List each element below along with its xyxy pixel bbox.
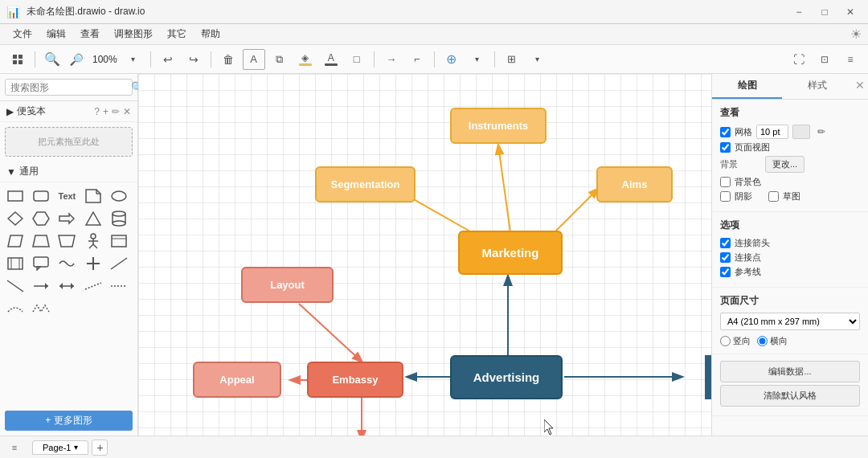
insert-dropdown-button[interactable]: ▾ bbox=[466, 49, 489, 70]
search-input[interactable] bbox=[10, 82, 131, 93]
maximize-button[interactable]: □ bbox=[813, 4, 836, 20]
pageview-checkbox[interactable] bbox=[720, 142, 731, 153]
general-section[interactable]: ▼ 通用 bbox=[0, 162, 137, 182]
connect-arrow-checkbox[interactable] bbox=[720, 238, 731, 248]
shape-trapezoid2[interactable] bbox=[56, 231, 77, 251]
page-tab-1[interactable]: Page-1 ▾ bbox=[32, 440, 88, 455]
table-button[interactable]: ⊞ bbox=[501, 49, 523, 70]
node-segmentation[interactable]: Segmentation bbox=[315, 166, 416, 202]
menu-adjust[interactable]: 调整图形 bbox=[108, 25, 159, 43]
node-embassy[interactable]: Embassy bbox=[307, 362, 403, 398]
shape-curve[interactable] bbox=[5, 298, 26, 319]
delete-button[interactable]: 🗑 bbox=[217, 49, 240, 70]
shape-cross[interactable] bbox=[83, 253, 104, 274]
more-shapes-button[interactable]: + 更多图形 bbox=[5, 411, 133, 431]
expand-button[interactable]: ⊡ bbox=[813, 49, 836, 70]
node-layout[interactable]: Layout bbox=[241, 267, 334, 303]
portrait-radio[interactable] bbox=[720, 336, 731, 346]
shape-arrow-line[interactable] bbox=[31, 276, 51, 296]
fullscreen-button[interactable]: ⛶ bbox=[788, 49, 810, 70]
node-instruments[interactable]: Instruments bbox=[450, 108, 547, 144]
landscape-option[interactable]: 横向 bbox=[757, 335, 788, 347]
portrait-option[interactable]: 竖向 bbox=[720, 335, 751, 347]
line-color-button[interactable]: A bbox=[320, 49, 342, 70]
fill-color-button[interactable]: ◈ bbox=[294, 49, 317, 70]
shape-ellipse[interactable] bbox=[108, 186, 129, 207]
shape-text[interactable]: Text bbox=[56, 186, 77, 207]
help-icon[interactable]: ? bbox=[94, 106, 100, 117]
connect-point-checkbox[interactable] bbox=[720, 252, 731, 263]
pagesize-select[interactable]: A4 (210 mm x 297 mm) bbox=[720, 313, 860, 330]
shape-process[interactable] bbox=[5, 253, 26, 274]
close-notepad-icon[interactable]: ✕ bbox=[123, 106, 131, 117]
arrow-style-button[interactable]: → bbox=[380, 49, 403, 70]
zoom-out-button[interactable]: 🔍 bbox=[65, 49, 88, 70]
grid-value-input[interactable] bbox=[756, 125, 788, 139]
panel-toggle-button[interactable]: ≡ bbox=[839, 49, 862, 70]
shape-dots1[interactable] bbox=[83, 276, 104, 296]
shape-diamond[interactable] bbox=[5, 208, 26, 229]
shape-double-arrow[interactable] bbox=[56, 276, 77, 296]
close-button[interactable]: ✕ bbox=[839, 4, 862, 20]
shape-hexagon[interactable] bbox=[31, 208, 51, 229]
node-aims[interactable]: Aims bbox=[596, 166, 673, 202]
zoom-in-button[interactable]: 🔍 bbox=[41, 49, 63, 70]
menu-view[interactable]: 查看 bbox=[74, 25, 106, 43]
menu-edit[interactable]: 编辑 bbox=[40, 25, 72, 43]
sketch-checkbox[interactable] bbox=[768, 191, 779, 202]
shape-triangle[interactable] bbox=[83, 208, 104, 229]
shape-zigzag[interactable] bbox=[31, 298, 51, 319]
grid-checkbox[interactable] bbox=[720, 127, 731, 137]
edit-notepad-icon[interactable]: ✏ bbox=[112, 106, 120, 117]
tab-draw[interactable]: 绘图 bbox=[712, 74, 782, 99]
node-appeal[interactable]: Appeal bbox=[193, 362, 281, 398]
redo-button[interactable]: ↪ bbox=[182, 49, 205, 70]
shape-dots2[interactable] bbox=[108, 276, 129, 296]
shape-rect-rounded[interactable] bbox=[31, 186, 51, 207]
shape-diagonal[interactable] bbox=[5, 276, 26, 296]
background-btn[interactable]: 更改... bbox=[765, 156, 805, 173]
menu-help[interactable]: 帮助 bbox=[194, 25, 227, 43]
table-dropdown-button[interactable]: ▾ bbox=[526, 49, 549, 70]
shape-arrow-right[interactable] bbox=[56, 208, 77, 229]
shape-rect2[interactable] bbox=[108, 231, 129, 251]
settings-icon[interactable]: ☀ bbox=[850, 27, 862, 42]
tab-style[interactable]: 样式 bbox=[782, 74, 852, 99]
panel-close-button[interactable]: ✕ bbox=[852, 74, 868, 96]
shape-person[interactable] bbox=[83, 231, 104, 251]
undo-button[interactable]: ↩ bbox=[157, 49, 179, 70]
nav-menu-button[interactable]: ≡ bbox=[6, 440, 23, 456]
home-button[interactable] bbox=[6, 49, 29, 70]
shadow-checkbox[interactable] bbox=[720, 191, 731, 202]
zoom-dropdown-button[interactable]: ▾ bbox=[122, 49, 145, 70]
guideline-checkbox[interactable] bbox=[720, 267, 731, 277]
format-button[interactable]: A bbox=[243, 49, 265, 70]
canvas-area[interactable]: Instruments Segmentation Aims Marketing … bbox=[138, 74, 711, 436]
line-style-button[interactable]: ⌐ bbox=[406, 49, 428, 70]
shape-note[interactable] bbox=[83, 186, 104, 207]
shape-parallelogram[interactable] bbox=[5, 231, 26, 251]
landscape-radio[interactable] bbox=[757, 336, 768, 346]
shape-line[interactable] bbox=[108, 253, 129, 274]
notepad-section[interactable]: ▶ 便笺本 ? + ✏ ✕ bbox=[0, 101, 137, 122]
shape-speech[interactable] bbox=[31, 253, 51, 274]
insert-button[interactable]: ⊕ bbox=[440, 49, 463, 70]
shape-rect[interactable] bbox=[5, 186, 26, 207]
bgcolor-checkbox[interactable] bbox=[720, 177, 731, 187]
grid-color-edit-button[interactable]: ✏ bbox=[814, 125, 829, 139]
format2-button[interactable]: ⧉ bbox=[268, 49, 291, 70]
node-marketing[interactable]: Marketing bbox=[458, 231, 563, 275]
border-button[interactable]: □ bbox=[346, 49, 368, 70]
add-notepad-icon[interactable]: + bbox=[103, 106, 108, 117]
add-page-button[interactable]: + bbox=[92, 440, 108, 456]
node-advertising[interactable]: Advertising bbox=[450, 355, 563, 399]
shape-cylinder[interactable] bbox=[108, 208, 129, 229]
minimize-button[interactable]: − bbox=[788, 4, 810, 20]
shape-wave[interactable] bbox=[56, 253, 77, 274]
edit-data-button[interactable]: 编辑数据... bbox=[720, 361, 860, 382]
shape-trapezoid[interactable] bbox=[31, 231, 51, 251]
reset-style-button[interactable]: 清除默认风格 bbox=[720, 385, 860, 407]
grid-color-box[interactable] bbox=[792, 125, 810, 139]
menu-other[interactable]: 其它 bbox=[161, 25, 193, 43]
menu-file[interactable]: 文件 bbox=[6, 25, 39, 43]
